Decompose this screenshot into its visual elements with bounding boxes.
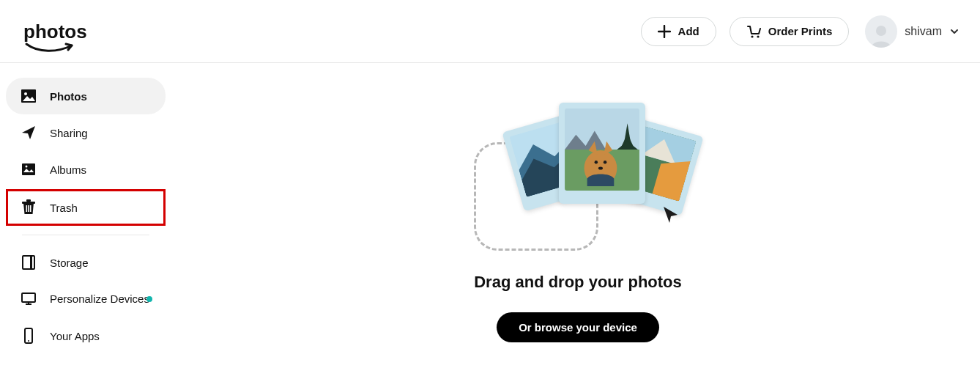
svg-rect-13 [30,256,32,269]
svg-point-6 [26,166,28,168]
svg-point-18 [28,340,29,342]
svg-point-26 [598,166,603,169]
chevron-down-icon [949,26,959,37]
content: Photos Sharing Albums Trash Storage [0,63,980,390]
sidebar-item-label: Albums [50,163,86,176]
header-actions: Add Order Prints shivam [641,15,959,48]
svg-rect-12 [23,256,34,269]
cart-icon [746,25,761,38]
album-icon [21,161,37,177]
main-area: Drag and drop your photos Or browse your… [176,63,980,390]
order-prints-button[interactable]: Order Prints [730,17,850,46]
sidebar-item-label: Sharing [50,127,88,139]
sidebar-item-photos[interactable]: Photos [6,78,166,114]
sidebar: Photos Sharing Albums Trash Storage [0,63,176,390]
drop-illustration [468,100,688,268]
sidebar-item-label: Trash [50,202,78,214]
notification-dot [146,296,152,302]
sidebar-item-your-apps[interactable]: Your Apps [6,317,166,354]
svg-rect-16 [28,302,29,304]
smile-icon [23,41,81,57]
svg-point-0 [751,35,753,37]
add-label: Add [678,25,699,37]
svg-rect-9 [26,205,28,212]
browse-label: Or browse your device [519,321,637,334]
order-prints-label: Order Prints [768,25,833,37]
sidebar-item-sharing[interactable]: Sharing [6,114,166,151]
svg-rect-14 [22,293,35,302]
logo-text: photos [23,21,87,43]
sidebar-item-label: Storage [50,257,89,269]
sidebar-item-albums[interactable]: Albums [6,151,166,188]
sidebar-item-label: Personalize Devices [50,292,149,306]
sidebar-item-label: Photos [50,90,87,103]
photos-logo[interactable]: photos [23,22,87,41]
add-button[interactable]: Add [641,17,716,46]
browse-device-button[interactable]: Or browse your device [497,312,659,342]
cursor-icon [661,205,680,224]
header: photos Add Order Prints [0,0,980,63]
trash-icon [21,199,37,216]
sidebar-item-trash[interactable]: Trash [6,189,166,226]
svg-rect-11 [30,205,31,212]
plus-icon [658,25,671,38]
send-icon [21,125,37,141]
svg-point-4 [24,92,27,95]
user-menu[interactable]: shivam [862,15,959,48]
divider [22,235,149,235]
svg-point-25 [604,161,606,163]
polaroid-center [559,103,645,204]
sidebar-item-personalize-devices[interactable]: Personalize Devices [6,281,166,317]
storage-icon [21,254,37,271]
monitor-icon [21,291,37,307]
svg-point-1 [757,35,759,37]
sidebar-item-storage[interactable]: Storage [6,244,166,281]
phone-icon [21,328,37,344]
user-name: shivam [905,25,942,38]
svg-rect-7 [22,202,35,204]
svg-rect-5 [22,163,35,175]
sidebar-item-label: Your Apps [50,330,100,342]
svg-rect-8 [26,199,31,202]
avatar [865,15,897,48]
svg-point-24 [595,161,598,163]
drop-headline: Drag and drop your photos [474,273,682,292]
svg-rect-10 [28,205,29,212]
image-icon [21,88,37,104]
svg-point-2 [876,26,886,36]
avatar-icon [868,21,894,48]
